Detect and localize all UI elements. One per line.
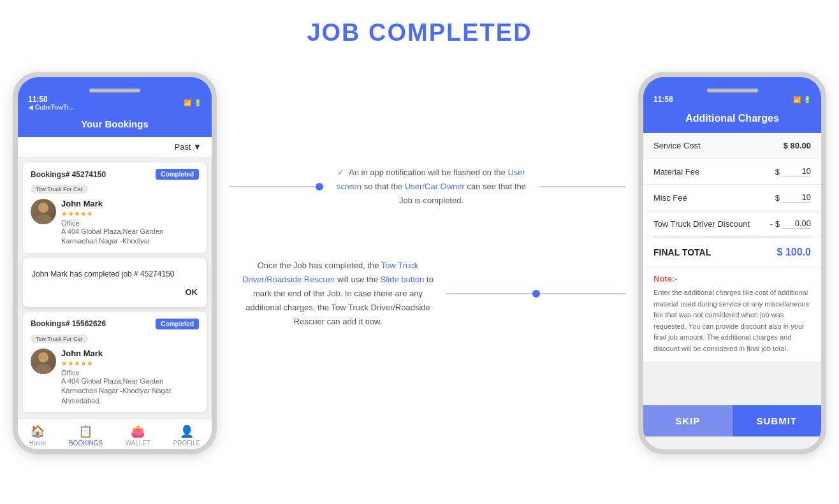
discount-dollar: - $: [770, 219, 780, 229]
ann-dot-2: [532, 290, 540, 298]
home-icon: 🏠: [31, 424, 45, 438]
popup-text: John Mark has completed job # 45274150: [32, 268, 198, 280]
wallet-icon: 👛: [131, 424, 145, 438]
left-status-icons: 📶 🔋: [184, 99, 201, 106]
material-fee-label: Material Fee: [653, 167, 699, 176]
nav-bookings-label: BOOKINGS: [69, 440, 103, 447]
filter-button[interactable]: Past ▼: [175, 142, 202, 152]
ann-line-2-far: [540, 293, 626, 294]
annotation-2-text: Once the Job has completed, the Tow Truc…: [242, 259, 434, 329]
popup-ok-button[interactable]: OK: [32, 287, 198, 297]
service-cost-value: $ 80.00: [784, 141, 811, 150]
left-status-bar: 11:58 ◀ CubeTowTr... 📶 🔋: [18, 77, 212, 113]
service-tag-1: Tow Truck For Car: [31, 185, 88, 194]
svg-point-0: [38, 203, 48, 213]
skip-button[interactable]: SKIP: [643, 405, 733, 436]
misc-fee-label: Misc Fee: [653, 193, 687, 203]
service-tag-2: Tow Truck For Car: [31, 335, 88, 343]
ann-line-1-right: [540, 186, 626, 187]
avatar-img-1: [31, 199, 56, 224]
user-type-2: Office: [61, 369, 199, 377]
check-circle-icon-1: ✓: [337, 168, 344, 177]
booking-id-1: Bookings# 45274150: [31, 170, 106, 179]
user-address-2: A 404 Global Plaza,Near Garden Karmachar…: [61, 377, 199, 406]
filter-bar[interactable]: Past ▼: [18, 137, 212, 157]
bottom-buttons: SKIP SUBMIT: [643, 405, 821, 436]
left-phone: 11:58 ◀ CubeTowTr... 📶 🔋 Your Bookings P…: [13, 72, 217, 454]
note-text: Enter the additional charges like cost o…: [653, 287, 811, 355]
right-time: 11:58: [653, 95, 673, 104]
profile-icon: 👤: [180, 424, 194, 438]
misc-fee-input-group: $: [775, 192, 811, 203]
discount-input[interactable]: [782, 219, 811, 229]
notification-popup: John Mark has completed job # 45274150 O…: [23, 258, 207, 307]
avatar-img-2: [31, 349, 56, 374]
discount-label: Tow Truck Driver Discount: [653, 219, 750, 229]
user-type-1: Office: [61, 219, 199, 227]
note-title: Note:-: [653, 274, 811, 284]
ann-line-1-left: [230, 186, 316, 187]
booking-header-2: Bookings# 15562626 Completed: [31, 319, 199, 329]
discount-row: Tow Truck Driver Discount - $: [643, 211, 821, 237]
misc-fee-input[interactable]: [782, 192, 811, 203]
material-fee-row: Material Fee $: [643, 159, 821, 185]
ann-dot-1: [316, 183, 323, 191]
material-dollar: $: [775, 167, 780, 176]
user-name-2: John Mark: [61, 349, 199, 358]
discount-input-group: - $: [770, 219, 811, 229]
nav-bookings[interactable]: 📋 BOOKINGS: [69, 424, 103, 447]
svg-point-3: [35, 364, 52, 374]
user-details-2: John Mark ★★★★★ Office A 404 Global Plaz…: [61, 349, 199, 406]
note-section: Note:- Enter the additional charges like…: [643, 268, 821, 361]
charges-header: Additional Charges: [643, 106, 821, 133]
annotation-1-content: ✓ An in app notification will be flashed…: [323, 166, 540, 208]
nav-profile[interactable]: 👤 PROFILE: [173, 424, 201, 447]
user-name-1: John Mark: [61, 199, 199, 208]
booking-card-2[interactable]: Bookings# 15562626 Completed Tow Truck F…: [23, 312, 207, 412]
material-fee-input[interactable]: [782, 166, 811, 176]
annotation-1-row: ✓ An in app notification will be flashed…: [230, 166, 625, 208]
annotation-1-text: ✓ An in app notification will be flashed…: [336, 166, 527, 208]
misc-dollar: $: [775, 193, 780, 203]
nav-home-label: Home: [29, 440, 47, 447]
submit-button[interactable]: SUBMIT: [733, 405, 822, 436]
left-time: 11:58: [28, 95, 74, 104]
page-title: JOB COMPLETED: [307, 19, 532, 47]
material-fee-input-group: $: [775, 166, 811, 176]
main-content: 11:58 ◀ CubeTowTr... 📶 🔋 Your Bookings P…: [13, 72, 826, 454]
right-status-bar: 11:58 📶 🔋: [643, 77, 821, 106]
booking-id-2: Bookings# 15562626: [31, 319, 106, 328]
avatar-1: [31, 199, 56, 224]
left-app-header: Your Bookings: [18, 113, 212, 137]
stars-1: ★★★★★: [61, 210, 199, 218]
user-info-2: John Mark ★★★★★ Office A 404 Global Plaz…: [31, 349, 199, 406]
annotation-2-row: Once the Job has completed, the Tow Truc…: [230, 259, 625, 329]
svg-point-1: [35, 214, 52, 224]
service-cost-label: Service Cost: [653, 141, 701, 150]
status-badge-2: Completed: [156, 319, 199, 329]
left-app-name: ◀ CubeTowTr...: [28, 104, 74, 111]
svg-point-2: [38, 352, 48, 363]
user-details-1: John Mark ★★★★★ Office A 404 Global Plaz…: [61, 199, 199, 247]
nav-profile-label: PROFILE: [173, 440, 201, 447]
total-row: FINAL TOTAL $ 100.0: [643, 238, 821, 268]
user-address-1: A 404 Global Plaza,Near Garden Karmachar…: [61, 227, 199, 247]
nav-home[interactable]: 🏠 Home: [29, 424, 47, 447]
status-badge-1: Completed: [156, 169, 199, 180]
booking-card-1[interactable]: Bookings# 45274150 Completed Tow Truck F…: [23, 162, 207, 253]
right-status-icons: 📶 🔋: [793, 96, 811, 103]
stars-2: ★★★★★: [61, 359, 199, 368]
nav-wallet-label: WALLET: [125, 440, 150, 447]
right-phone: 11:58 📶 🔋 Additional Charges Service Cos…: [638, 72, 826, 454]
nav-wallet[interactable]: 👛 WALLET: [125, 424, 150, 447]
misc-fee-row: Misc Fee $: [643, 185, 821, 211]
total-label: FINAL TOTAL: [653, 247, 711, 257]
annotation-2-content: Once the Job has completed, the Tow Truc…: [230, 259, 446, 329]
bookings-icon: 📋: [78, 424, 92, 438]
charges-body: Service Cost $ 80.00 Material Fee $ Misc…: [643, 133, 821, 361]
ann-line-2-right: [446, 293, 532, 294]
service-cost-row: Service Cost $ 80.00: [643, 133, 821, 159]
total-value: $ 100.0: [777, 247, 811, 258]
avatar-2: [31, 349, 56, 374]
middle-section: ✓ An in app notification will be flashed…: [217, 72, 638, 422]
